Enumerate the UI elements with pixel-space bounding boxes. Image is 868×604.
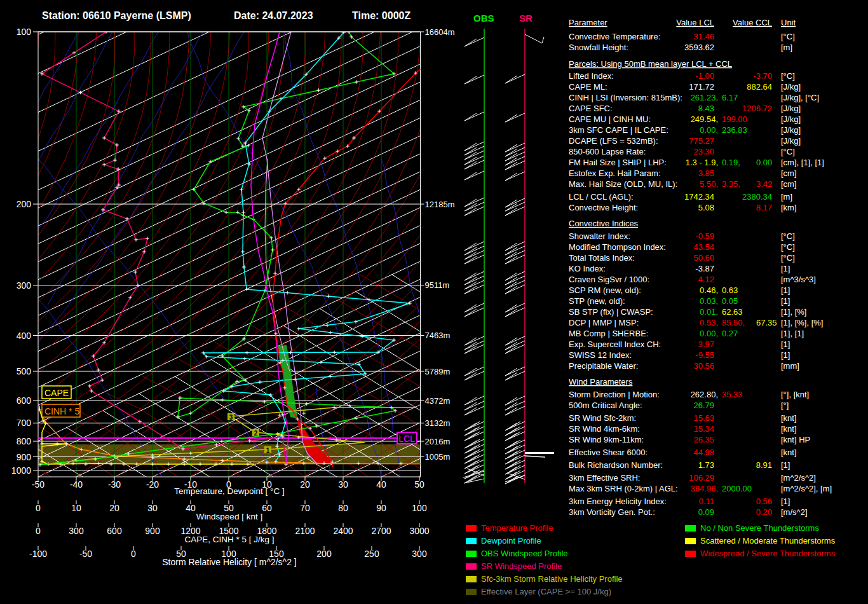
- svg-text:1005m: 1005m: [425, 452, 451, 462]
- svg-text:30.56: 30.56: [693, 361, 714, 371]
- svg-text:-40: -40: [70, 479, 83, 490]
- svg-text:[1]: [1]: [781, 497, 790, 506]
- svg-text:[1]: [1]: [781, 350, 790, 360]
- svg-text:7463m: 7463m: [425, 331, 451, 340]
- svg-text:3: 3: [229, 414, 233, 421]
- svg-text:[knt]: [knt]: [781, 448, 797, 457]
- svg-text:249.54,: 249.54,: [691, 114, 718, 124]
- svg-text:[J/kg]: [J/kg]: [781, 82, 801, 92]
- svg-text:8.43: 8.43: [698, 104, 714, 113]
- svg-text:1.73: 1.73: [698, 460, 714, 470]
- svg-text:3km Vorticity Gen. Pot.:: 3km Vorticity Gen. Pot.:: [569, 507, 655, 517]
- svg-text:20: 20: [109, 503, 119, 513]
- svg-text:3.85: 3.85: [698, 168, 714, 178]
- svg-text:Modified Thompson Index:: Modified Thompson Index:: [569, 242, 666, 252]
- svg-text:3132m: 3132m: [425, 418, 451, 428]
- svg-text:1206.72: 1206.72: [742, 104, 772, 113]
- svg-text:200: 200: [17, 199, 32, 209]
- svg-text:DCP | MMP | MSP:: DCP | MMP | MSP:: [569, 318, 639, 327]
- svg-text:Snowfall Height:: Snowfall Height:: [569, 43, 628, 52]
- svg-text:171.72: 171.72: [689, 82, 714, 92]
- svg-text:106.29: 106.29: [689, 473, 714, 483]
- svg-text:Storm Direction | Motion:: Storm Direction | Motion:: [569, 390, 660, 399]
- svg-text:-9.55: -9.55: [695, 350, 714, 360]
- svg-text:3000: 3000: [409, 526, 429, 536]
- svg-text:5.50,: 5.50,: [700, 179, 718, 189]
- svg-text:8.17: 8.17: [756, 203, 772, 212]
- svg-text:OBS: OBS: [473, 13, 494, 24]
- svg-text:[knt] HP: [knt] HP: [781, 435, 810, 444]
- svg-text:775.27: 775.27: [689, 136, 714, 146]
- svg-text:SR Windspeed Profile: SR Windspeed Profile: [481, 561, 562, 571]
- svg-text:Storm Relative Helicity [ m^2: Storm Relative Helicity [ m^2/s^2 ]: [162, 557, 297, 567]
- svg-text:Parameter: Parameter: [569, 18, 607, 27]
- svg-text:15.34: 15.34: [693, 424, 714, 434]
- svg-text:30: 30: [338, 479, 348, 490]
- svg-text:MB Comp | SHERBE:: MB Comp | SHERBE:: [569, 329, 648, 338]
- svg-text:-20: -20: [146, 479, 159, 490]
- svg-text:1: 1: [266, 447, 270, 454]
- svg-text:[1]: [1]: [781, 285, 790, 295]
- svg-text:[cm]: [cm]: [781, 168, 797, 178]
- svg-text:900: 900: [145, 526, 160, 536]
- svg-text:70: 70: [300, 503, 310, 513]
- svg-text:23.30: 23.30: [693, 147, 714, 156]
- svg-text:400: 400: [17, 331, 32, 341]
- svg-text:50: 50: [414, 479, 424, 490]
- svg-text:[1]: [1]: [781, 296, 790, 306]
- svg-text:KO Index:: KO Index:: [569, 264, 606, 273]
- svg-text:[m^3/s^3]: [m^3/s^3]: [781, 275, 816, 284]
- svg-text:DCAPE (LFS = 532mB):: DCAPE (LFS = 532mB):: [569, 136, 658, 146]
- svg-text:1000: 1000: [11, 465, 31, 476]
- svg-text:[°], [knt]: [°], [knt]: [781, 390, 809, 399]
- svg-text:Effective Layer (CAPE >= 100 J: Effective Layer (CAPE >= 100 J/kg): [481, 587, 611, 596]
- svg-text:31.46: 31.46: [693, 32, 714, 41]
- svg-text:Effective Shear 6000:: Effective Shear 6000:: [569, 448, 648, 457]
- svg-text:12185m: 12185m: [425, 200, 455, 209]
- svg-text:Date: 24.07.2023: Date: 24.07.2023: [234, 10, 313, 21]
- svg-text:2000.00: 2000.00: [722, 484, 752, 493]
- svg-text:300: 300: [17, 280, 32, 291]
- svg-text:Wind Parameters: Wind Parameters: [569, 377, 633, 387]
- svg-text:30: 30: [147, 503, 158, 513]
- svg-text:50.60: 50.60: [693, 253, 714, 263]
- svg-text:800: 800: [17, 436, 32, 446]
- svg-text:26.79: 26.79: [693, 401, 714, 410]
- svg-text:CAPE ML:: CAPE ML:: [569, 82, 607, 92]
- svg-text:[m]: [m]: [781, 43, 792, 52]
- svg-text:[mm]: [mm]: [781, 361, 799, 371]
- svg-text:[J/kg]: [J/kg]: [781, 104, 801, 113]
- svg-text:44.98: 44.98: [693, 448, 714, 457]
- svg-text:[cm], [1], [1]: [cm], [1], [1]: [781, 158, 824, 167]
- svg-text:[J/kg], [°C]: [J/kg], [°C]: [781, 93, 819, 102]
- svg-text:[J/kg]: [J/kg]: [781, 136, 801, 146]
- svg-text:[1], [1]: [1], [1]: [781, 329, 804, 338]
- svg-text:2: 2: [254, 430, 258, 437]
- svg-text:26.35: 26.35: [693, 435, 714, 444]
- svg-text:Parcels: Using 50mB mean layer: Parcels: Using 50mB mean layer LCL + CCL: [569, 59, 732, 69]
- svg-text:35.33: 35.33: [722, 390, 743, 399]
- svg-text:-50: -50: [32, 479, 44, 490]
- svg-text:-3.70: -3.70: [753, 71, 772, 81]
- svg-text:-100: -100: [29, 549, 47, 559]
- svg-text:1.3 - 1.9,: 1.3 - 1.9,: [686, 158, 718, 167]
- svg-text:15.63: 15.63: [693, 413, 714, 423]
- svg-text:3.35,: 3.35,: [722, 179, 740, 189]
- svg-text:85.50,: 85.50,: [722, 318, 745, 327]
- svg-text:Scattered / Moderate Thunderst: Scattered / Moderate Thunderstorms: [700, 536, 836, 546]
- svg-text:Value CCL: Value CCL: [733, 18, 772, 27]
- svg-text:[1], [%], [%]: [1], [%], [%]: [781, 318, 823, 327]
- svg-text:3593.62: 3593.62: [684, 43, 714, 52]
- svg-text:Sfc-3km Storm Relative Helicit: Sfc-3km Storm Relative Helicity Profile: [481, 574, 623, 584]
- svg-text:Windspeed [ knt ]: Windspeed [ knt ]: [196, 512, 262, 521]
- svg-text:Temperature Profile: Temperature Profile: [481, 523, 553, 533]
- svg-text:[°C]: [°C]: [781, 71, 795, 81]
- svg-text:[°C]: [°C]: [781, 147, 795, 156]
- svg-text:CAPE MU | CINH MU:: CAPE MU | CINH MU:: [569, 114, 651, 124]
- svg-text:60: 60: [262, 503, 272, 513]
- svg-text:3km SFC CAPE | IL CAPE:: 3km SFC CAPE | IL CAPE:: [569, 125, 668, 135]
- svg-text:0.01,: 0.01,: [700, 307, 718, 317]
- svg-text:43.54: 43.54: [693, 242, 714, 252]
- svg-text:100: 100: [412, 503, 427, 513]
- svg-text:[1]: [1]: [781, 460, 790, 470]
